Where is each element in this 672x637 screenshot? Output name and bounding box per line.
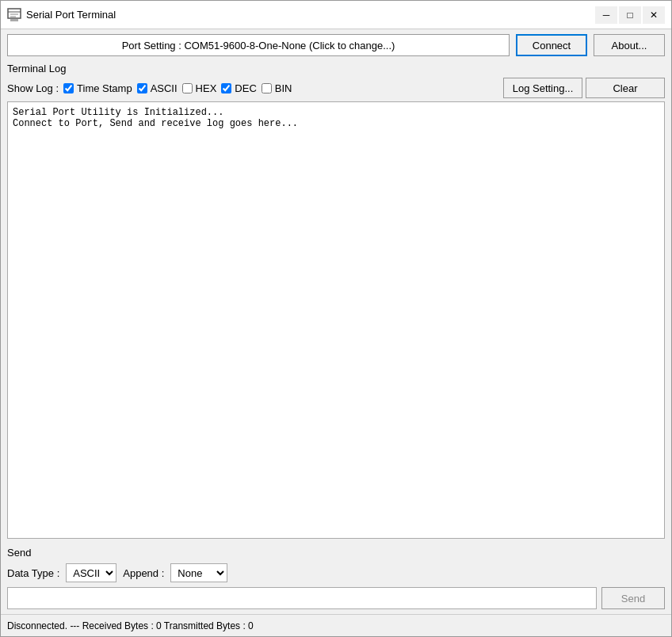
show-log-label: Show Log : bbox=[7, 82, 59, 94]
maximize-button[interactable]: □ bbox=[619, 6, 641, 24]
log-controls-left: Show Log : Time Stamp ASCII HEX DEC bbox=[7, 82, 500, 94]
log-controls-row: Show Log : Time Stamp ASCII HEX DEC bbox=[7, 78, 665, 98]
minimize-button[interactable]: ─ bbox=[595, 6, 617, 24]
bin-checkbox[interactable] bbox=[262, 83, 272, 93]
send-button[interactable]: Send bbox=[601, 587, 665, 609]
about-button[interactable]: About... bbox=[594, 34, 665, 56]
dec-label[interactable]: DEC bbox=[235, 82, 256, 94]
title-bar: Serial Port Terminal ─ □ ✕ bbox=[1, 1, 671, 29]
send-section: Send Data Type : ASCII HEX Append : None… bbox=[1, 544, 671, 614]
title-bar-left: Serial Port Terminal bbox=[7, 8, 116, 22]
send-controls: Data Type : ASCII HEX Append : None CR L… bbox=[7, 563, 665, 582]
checkbox-dec: DEC bbox=[221, 82, 256, 94]
send-row: Send bbox=[7, 587, 665, 609]
data-type-select[interactable]: ASCII HEX bbox=[66, 563, 116, 582]
ascii-checkbox[interactable] bbox=[137, 83, 147, 93]
connect-button[interactable]: Connect bbox=[516, 34, 587, 56]
timestamp-checkbox[interactable] bbox=[63, 83, 74, 93]
bin-label[interactable]: BIN bbox=[275, 82, 292, 94]
dec-checkbox[interactable] bbox=[221, 83, 231, 93]
window-title: Serial Port Terminal bbox=[26, 9, 116, 21]
log-buttons: Log Setting... Clear bbox=[503, 78, 665, 98]
checkbox-ascii: ASCII bbox=[137, 82, 178, 94]
append-select[interactable]: None CR LF CR+LF bbox=[170, 563, 227, 582]
append-label: Append : bbox=[123, 567, 164, 579]
close-button[interactable]: ✕ bbox=[643, 6, 665, 24]
status-text: Disconnected. --- Received Bytes : 0 Tra… bbox=[7, 620, 254, 631]
checkbox-hex: HEX bbox=[182, 82, 217, 94]
timestamp-label[interactable]: Time Stamp bbox=[77, 82, 132, 94]
app-icon bbox=[7, 8, 21, 22]
svg-rect-4 bbox=[10, 19, 18, 21]
port-bar: Port Setting : COM51-9600-8-One-None (Cl… bbox=[1, 29, 671, 61]
log-area: Serial Port Utility is Initialized... Co… bbox=[7, 101, 665, 539]
title-controls: ─ □ ✕ bbox=[595, 6, 665, 24]
send-input[interactable] bbox=[7, 587, 597, 609]
hex-label[interactable]: HEX bbox=[196, 82, 217, 94]
main-window: Serial Port Terminal ─ □ ✕ Port Setting … bbox=[0, 0, 672, 637]
log-setting-button[interactable]: Log Setting... bbox=[503, 78, 582, 98]
clear-button[interactable]: Clear bbox=[586, 78, 665, 98]
terminal-section: Terminal Log Show Log : Time Stamp ASCII… bbox=[1, 61, 671, 544]
status-bar: Disconnected. --- Received Bytes : 0 Tra… bbox=[1, 614, 671, 636]
checkbox-bin: BIN bbox=[262, 82, 292, 94]
terminal-section-title: Terminal Log bbox=[7, 63, 665, 74]
ascii-label[interactable]: ASCII bbox=[151, 82, 178, 94]
hex-checkbox[interactable] bbox=[182, 83, 193, 93]
port-setting-button[interactable]: Port Setting : COM51-9600-8-One-None (Cl… bbox=[7, 34, 510, 56]
checkbox-timestamp: Time Stamp bbox=[63, 82, 132, 94]
data-type-label: Data Type : bbox=[7, 567, 59, 579]
send-section-title: Send bbox=[7, 547, 665, 559]
